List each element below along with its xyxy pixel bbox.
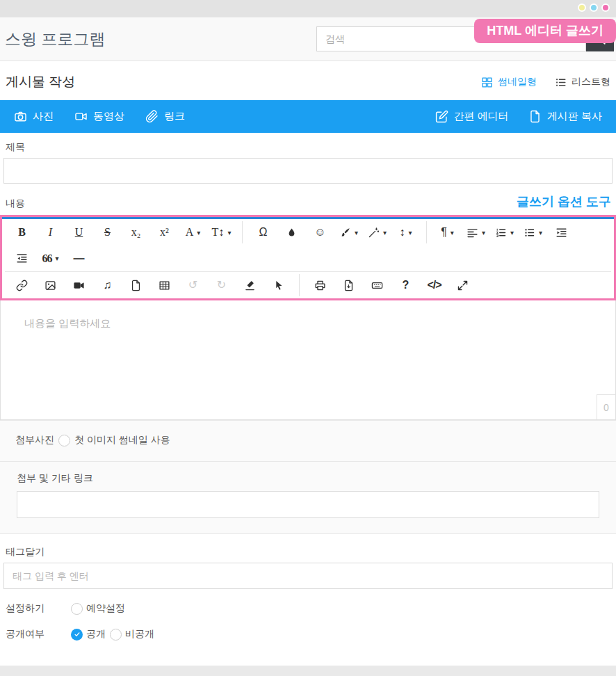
insert-photo-button[interactable]: 사진: [14, 110, 54, 123]
line-height-icon: ↕: [399, 227, 405, 238]
italic-button[interactable]: I: [37, 221, 64, 244]
visibility-label: 공개여부: [6, 628, 44, 641]
editor-toolbar: BIUSx₂x²A▾T↕▾Ω☺▾▾↕▾¶▾▾▾▾66▾—♫↺↻?</>: [2, 217, 614, 298]
quote-button[interactable]: 66▾: [37, 247, 64, 270]
title-label: 제목: [6, 141, 610, 154]
settings-row: 설정하기 예약설정: [6, 602, 610, 615]
emoticon-button[interactable]: ☺: [307, 221, 334, 244]
view-toggle-thumbnail[interactable]: 썸네일형: [481, 76, 537, 88]
window-dot[interactable]: [601, 3, 610, 12]
eraser-icon: [244, 280, 256, 291]
align-icon: [467, 227, 478, 239]
font-size-button[interactable]: T↕▾: [208, 221, 235, 244]
window-dots: [578, 3, 610, 12]
fullscreen-button[interactable]: [449, 274, 476, 297]
first-image-thumbnail-radio[interactable]: [58, 435, 70, 446]
eraser-button[interactable]: [236, 274, 264, 297]
select-all-button[interactable]: [265, 274, 292, 297]
view-toggle-label: 썸네일형: [498, 76, 537, 88]
char-counter: 0: [597, 394, 615, 419]
chevron-down-icon: ▾: [227, 229, 231, 236]
outdent-button[interactable]: [8, 247, 35, 270]
insert-link-button[interactable]: 링크: [145, 110, 185, 123]
chevron-down-icon: ▾: [355, 229, 358, 236]
page: HTML 에디터 글쓰기 스윙 프로그램 게시물 작성 썸네일형 리스트형: [0, 0, 616, 676]
unordered-list-button[interactable]: ▾: [519, 221, 546, 244]
paragraph-format-icon: ¶: [441, 227, 447, 238]
color-drop-icon: [286, 227, 298, 239]
help-icon: ?: [403, 280, 410, 291]
print-button[interactable]: [307, 274, 334, 297]
copy-file-icon: [528, 110, 542, 123]
help-button[interactable]: ?: [392, 274, 419, 297]
special-char-button[interactable]: Ω: [250, 221, 277, 244]
insert-video-button[interactable]: 동영상: [74, 110, 124, 123]
insert-file-button[interactable]: [122, 274, 149, 297]
special-char-icon: Ω: [259, 227, 268, 238]
editor-toolbar-highlight: BIUSx₂x²A▾T↕▾Ω☺▾▾↕▾¶▾▾▾▾66▾—♫↺↻?</>: [0, 215, 616, 300]
color-drop-button[interactable]: [278, 221, 305, 244]
line-height-button[interactable]: ↕▾: [392, 221, 419, 244]
keyboard-button[interactable]: [364, 274, 391, 297]
app-title: 스윙 프로그램: [5, 29, 105, 50]
window-dot[interactable]: [578, 3, 586, 12]
simple-editor-button[interactable]: 간편 에디터: [435, 110, 509, 123]
outdent-icon: [16, 252, 28, 264]
paragraph-format-button[interactable]: ¶▾: [434, 221, 461, 244]
code-view-button[interactable]: </>: [421, 274, 448, 297]
private-radio[interactable]: [110, 629, 122, 641]
insert-video-button[interactable]: [65, 274, 92, 297]
horizontal-line-button[interactable]: —: [65, 247, 92, 270]
bold-button[interactable]: B: [8, 221, 35, 244]
strikethrough-button[interactable]: S: [94, 221, 121, 244]
align-button[interactable]: ▾: [462, 221, 489, 244]
underline-button[interactable]: U: [65, 221, 92, 244]
attach-photo-option-label: 첫 이미지 썸네일 사용: [74, 434, 170, 446]
fullscreen-icon: [457, 280, 469, 291]
reservation-option[interactable]: 예약설정: [71, 602, 125, 615]
settings-label: 설정하기: [6, 602, 44, 615]
view-toggle-list[interactable]: 리스트형: [555, 76, 610, 88]
insert-image-button[interactable]: [37, 274, 64, 297]
toolbar-separator: [426, 221, 427, 243]
ordered-list-button[interactable]: ▾: [491, 221, 518, 244]
insert-table-button[interactable]: [151, 274, 178, 297]
attach-photo-panel: 첨부사진 첫 이미지 썸네일 사용: [0, 420, 616, 461]
insert-link-button[interactable]: [8, 274, 35, 297]
indent-icon: [556, 227, 567, 239]
footer-strip: [0, 666, 616, 676]
mode-badge: HTML 에디터 글쓰기: [474, 19, 616, 43]
tag-input[interactable]: [3, 563, 613, 589]
editor-action-bar: 사진 동영상 링크 간편 에디터 게시판 복사: [0, 100, 616, 133]
undo-button[interactable]: ↺: [179, 274, 206, 297]
redo-button[interactable]: ↻: [208, 274, 235, 297]
visibility-option-private[interactable]: 비공개: [110, 628, 154, 641]
quote-icon: 66: [42, 253, 51, 264]
subscript-button[interactable]: x₂: [122, 221, 149, 244]
attach-link-input[interactable]: [17, 491, 599, 518]
paint-brush-button[interactable]: ▾: [335, 221, 362, 244]
magic-wand-button[interactable]: ▾: [364, 221, 391, 244]
view-toggle-label: 리스트형: [572, 76, 610, 88]
content-label-row: 내용 글쓰기 옵션 도구: [6, 193, 611, 210]
title-input[interactable]: [3, 158, 613, 184]
reservation-radio[interactable]: [71, 603, 83, 615]
select-all-icon: [273, 280, 284, 291]
window-dot[interactable]: [590, 3, 598, 12]
chevron-down-icon: ▾: [383, 229, 387, 236]
attach-photo-label: 첨부사진: [15, 434, 54, 446]
paperclip-icon: [145, 110, 159, 123]
insert-audio-button[interactable]: ♫: [94, 274, 121, 297]
list-icon: [555, 77, 567, 88]
font-color-button[interactable]: A▾: [179, 221, 206, 244]
editor-toolbar-row: ♫↺↻?</>: [5, 272, 611, 298]
check-circle-icon[interactable]: [71, 629, 83, 641]
pdf-button[interactable]: [335, 274, 362, 297]
indent-button[interactable]: [548, 221, 575, 244]
copy-board-button[interactable]: 게시판 복사: [528, 110, 602, 123]
visibility-option-public[interactable]: 공개: [71, 628, 106, 641]
content-editor[interactable]: 내용을 입력하세요 0: [0, 300, 616, 420]
horizontal-line-icon: —: [74, 253, 85, 264]
superscript-button[interactable]: x²: [151, 221, 178, 244]
editor-toolbar-row: 66▾—: [5, 246, 611, 272]
